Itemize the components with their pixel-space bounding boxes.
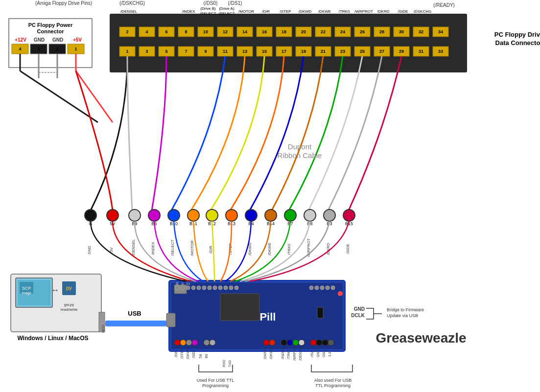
gwpin-5v2 xyxy=(310,340,316,346)
rxd-label: RXD xyxy=(222,360,226,367)
data-connector-title-1: PC Floppy Drive xyxy=(494,31,540,38)
gnd-dclk-label: GND xyxy=(354,306,365,312)
cable-gnd-left-ext xyxy=(20,71,98,122)
board-pin-3 xyxy=(186,286,190,290)
python-icon-letter: py xyxy=(66,285,72,291)
power-pin-3-num: 3 xyxy=(37,46,40,51)
txd-label: TXD xyxy=(228,360,232,367)
svg-text:6: 6 xyxy=(165,29,167,34)
gwpin-dkwd2 xyxy=(269,340,275,346)
board-pin-6 xyxy=(202,286,206,290)
svg-text:34: 34 xyxy=(438,29,443,34)
signal-drive-b: (Drive B) xyxy=(200,6,216,11)
ttl-bracket-2 xyxy=(311,365,352,372)
svg-text:10: 10 xyxy=(203,29,208,34)
circle-g xyxy=(85,209,96,221)
board-pin-label-g2: G xyxy=(182,282,184,285)
sig-motor-bottom: /MOTOR xyxy=(190,240,194,256)
signal-drive-a: (Drive A) xyxy=(219,6,234,11)
board-pin-8 xyxy=(213,286,217,290)
svg-text:31: 31 xyxy=(419,49,423,54)
gwpin-dkrd xyxy=(263,340,269,346)
svg-text:2: 2 xyxy=(126,29,128,34)
board-sig-b8a9: B8 xyxy=(205,354,208,358)
circle-b9 xyxy=(129,209,141,221)
wire-step xyxy=(230,56,284,210)
svg-text:24: 24 xyxy=(340,29,345,34)
gwpin-index xyxy=(281,340,287,346)
jumper-gnd-dclk xyxy=(317,307,323,318)
signal-index: /INDEX xyxy=(182,9,195,14)
circle-b13 xyxy=(226,209,237,221)
svg-text:23: 23 xyxy=(340,49,345,54)
board-sig-step: /STEP xyxy=(180,348,184,359)
cable-5v-ext xyxy=(76,71,113,122)
board-pin-7 xyxy=(208,286,211,290)
signal-densel: /DENSEL xyxy=(120,9,138,14)
board-pin-5 xyxy=(197,286,201,290)
dskchg-label: (/DSKCHG) xyxy=(119,0,145,6)
signal-side: /SIDE xyxy=(398,9,408,14)
svg-text:16: 16 xyxy=(262,29,267,34)
gwpin-dkwe xyxy=(186,340,192,346)
svg-text:33: 33 xyxy=(438,49,443,54)
signal-select-a: /SELECT xyxy=(218,11,235,16)
board-pin-right-5 xyxy=(331,286,335,290)
svg-text:21: 21 xyxy=(321,49,326,54)
wire-densel xyxy=(127,56,132,210)
gwpin-side xyxy=(192,340,198,346)
board-pin-12 xyxy=(235,286,238,290)
wire-trk0 xyxy=(289,56,343,210)
board-sig-trk02: /TRK0 xyxy=(287,349,290,359)
gw-py-label: gw.py xyxy=(64,302,74,307)
gwpin-densel2 xyxy=(299,340,305,346)
wire-dkrd xyxy=(328,56,382,210)
board-sig-gnd5: GND xyxy=(322,349,326,357)
svg-text:9: 9 xyxy=(204,49,207,54)
svg-text:7: 7 xyxy=(185,49,187,54)
board-sig-dir: /DIR xyxy=(174,350,178,357)
board-sig-wrprot2: /WRPROT xyxy=(293,344,296,361)
os-label: Windows / Linux / MacOS xyxy=(17,335,88,342)
board-pin-right-1 xyxy=(309,286,313,290)
svg-text:17: 17 xyxy=(282,49,286,54)
gwpin-gnd3 xyxy=(322,340,328,346)
wire-dkwd xyxy=(250,56,304,210)
board-sig-gnd4: GND xyxy=(316,349,320,357)
usb-label: USB xyxy=(128,310,141,317)
data-connector-title-2: Data Connector xyxy=(495,39,540,46)
wire-index xyxy=(152,56,166,210)
floppy-board xyxy=(110,14,467,72)
arrow-icon: ↔ xyxy=(51,286,59,294)
svg-text:14: 14 xyxy=(242,29,247,34)
svg-text:5: 5 xyxy=(165,49,167,54)
dupont-label-2: Ribbon Cable xyxy=(278,151,322,160)
svg-text:18: 18 xyxy=(282,29,286,34)
signal-trk0: /TRK0 xyxy=(339,9,350,14)
circle-b14 xyxy=(265,209,277,221)
pin-label-gnd1: GND xyxy=(34,37,45,43)
power-connector-title-2: Connector xyxy=(37,28,65,34)
signal-dkrd: /DKRD xyxy=(377,9,390,14)
sig-trk0-bottom: /TRK0 xyxy=(287,244,291,255)
board-pin-2 xyxy=(181,286,185,290)
even-pins-row: 2 4 6 8 10 12 14 16 18 20 22 24 xyxy=(119,27,448,37)
svg-text:26: 26 xyxy=(360,29,365,34)
gwpin-step xyxy=(180,340,186,346)
sig-dir-bottom: /DIR xyxy=(209,246,213,254)
svg-text:20: 20 xyxy=(301,29,306,34)
wire-dir xyxy=(211,56,264,210)
ds1-label: (/DS1) xyxy=(228,0,242,6)
board-sig-dkwe2: /DKWE xyxy=(186,348,189,359)
svg-text:15: 15 xyxy=(262,49,267,54)
wire-step-to-board xyxy=(220,221,232,281)
svg-text:25: 25 xyxy=(360,49,365,54)
ready-label: (/READY) xyxy=(433,2,455,8)
bridge-firmware-2: Update via USB xyxy=(387,313,418,318)
svg-text:1: 1 xyxy=(126,49,128,54)
signal-dir: /DIR xyxy=(262,9,270,14)
odd-pins-row: 1 3 5 7 9 11 13 15 17 19 21 23 2 xyxy=(119,46,448,56)
circle-5v xyxy=(107,209,118,221)
svg-text:11: 11 xyxy=(223,49,228,54)
signal-wrprot: /WRPROT xyxy=(354,9,373,14)
